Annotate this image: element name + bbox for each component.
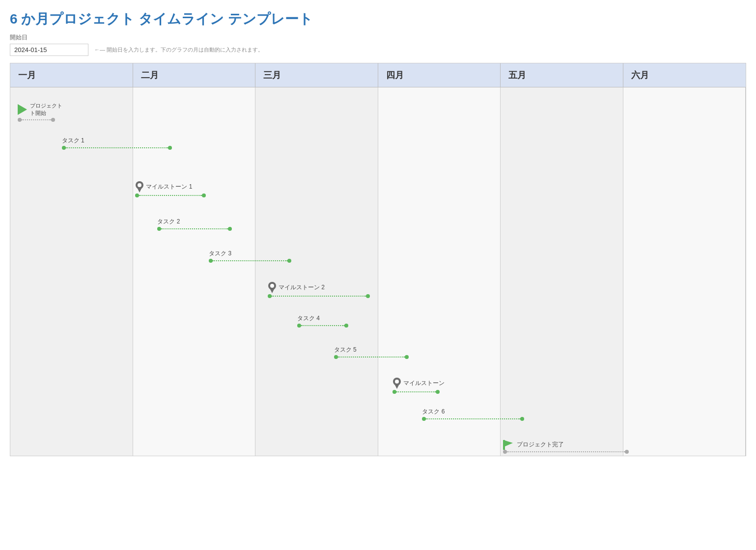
start-date-label: 開始日 bbox=[10, 33, 746, 42]
start-date-hint: ←— 開始日を入力します。下のグラフの月は自動的に入力されます。 bbox=[94, 46, 263, 54]
timeline-body: プロジェクト ト開始 タスク 1 マイルストーン 1 bbox=[10, 87, 746, 456]
month-header-4: 四月 bbox=[378, 63, 501, 87]
month-col-1 bbox=[10, 87, 133, 456]
start-date-input[interactable] bbox=[10, 44, 88, 56]
month-col-3 bbox=[255, 87, 378, 456]
page-title: 6 か月プロジェクト タイムライン テンプレート bbox=[10, 10, 746, 28]
month-col-5 bbox=[501, 87, 623, 456]
month-header-2: 二月 bbox=[133, 63, 256, 87]
month-header-3: 三月 bbox=[255, 63, 378, 87]
month-header-5: 五月 bbox=[501, 63, 623, 87]
timeline-container: 一月 二月 三月 四月 五月 六月 プロジェクト ト開始 タスク 1 bbox=[10, 63, 746, 456]
timeline-header: 一月 二月 三月 四月 五月 六月 bbox=[10, 63, 746, 87]
month-col-2 bbox=[133, 87, 256, 456]
month-col-6 bbox=[623, 87, 746, 456]
month-col-4 bbox=[378, 87, 501, 456]
month-header-6: 六月 bbox=[623, 63, 746, 87]
month-header-1: 一月 bbox=[10, 63, 133, 87]
